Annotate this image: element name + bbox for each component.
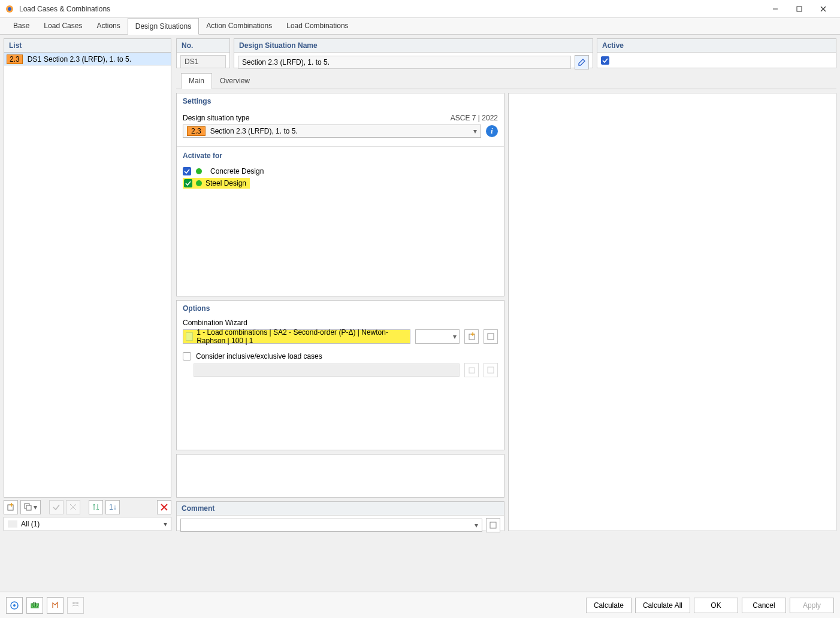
type-label: Design situation type (183, 114, 249, 122)
type-code-badge: 2.3 (187, 126, 206, 136)
wizard-swatch (186, 332, 193, 341)
wizard-new-button[interactable] (464, 329, 479, 344)
name-input[interactable]: Section 2.3 (LRFD), 1. to 5. (238, 56, 571, 69)
options-header: Options (177, 301, 504, 316)
no-value: DS1 (180, 55, 226, 68)
name-panel: Design Situation Name Section 2.3 (LRFD)… (234, 38, 593, 68)
subtab-main[interactable]: Main (181, 73, 212, 89)
svg-rect-16 (490, 522, 496, 528)
window-title: Load Cases & Combinations (19, 5, 763, 13)
tab-actions[interactable]: Actions (89, 18, 127, 34)
preview-panel (508, 93, 836, 531)
list-filter-select[interactable]: All (1) ▾ (4, 517, 171, 531)
filter-label: All (1) (21, 520, 40, 528)
tab-load-cases[interactable]: Load Cases (37, 18, 89, 34)
ok-button[interactable]: OK (694, 598, 738, 613)
apply-button: Apply (790, 598, 834, 613)
units-button[interactable]: 0.0 (26, 597, 43, 614)
status-dot-icon (196, 180, 202, 186)
list-row-name: Section 2.3 (LRFD), 1. to 5. (44, 55, 131, 63)
status-dot-icon (196, 168, 202, 174)
steel-checkbox[interactable] (184, 179, 192, 187)
svg-rect-3 (797, 7, 802, 11)
subtab-overview[interactable]: Overview (212, 73, 258, 89)
comment-panel: Comment ▾ (176, 501, 504, 531)
svg-rect-12 (469, 334, 475, 340)
steel-label: Steel Design (206, 179, 246, 187)
script-button[interactable] (67, 597, 84, 614)
comment-input[interactable]: ▾ (180, 519, 482, 532)
new-item-button[interactable] (4, 500, 18, 514)
design-situation-type-select[interactable]: 2.3 Section 2.3 (LRFD), 1. to 5. ▾ (183, 125, 481, 138)
comment-button[interactable] (486, 518, 500, 532)
no-panel: No. DS1 (176, 38, 230, 68)
consider-new-button (464, 363, 479, 377)
wizard-edit-button[interactable] (484, 329, 498, 344)
active-checkbox[interactable] (601, 56, 609, 65)
wizard-label: Combination Wizard (183, 319, 498, 327)
info-button[interactable]: i (486, 125, 498, 137)
tab-load-combinations[interactable]: Load Combinations (279, 18, 355, 34)
tab-action-combinations[interactable]: Action Combinations (199, 18, 279, 34)
consider-select (194, 363, 460, 377)
list-body: 2.3 DS1 Section 2.3 (LRFD), 1. to 5. (4, 53, 171, 498)
concrete-checkbox[interactable] (183, 167, 191, 175)
copy-item-button[interactable]: ▾ (20, 500, 41, 514)
activate-header: Activate for (177, 146, 504, 162)
steel-highlight: Steel Design (183, 178, 250, 189)
delete-button[interactable] (157, 500, 171, 514)
type-text: Section 2.3 (LRFD), 1. to 5. (210, 127, 298, 135)
titlebar: Load Cases & Combinations (0, 0, 840, 18)
active-panel: Active (597, 38, 836, 68)
list-row[interactable]: 2.3 DS1 Section 2.3 (LRFD), 1. to 5. (4, 53, 171, 66)
chevron-down-icon: ▾ (453, 332, 457, 341)
list-toolbar: ▾ 1↓9 (4, 498, 171, 517)
combination-wizard-select[interactable]: 1 - Load combinations | SA2 - Second-ord… (183, 329, 410, 344)
close-button[interactable] (811, 0, 835, 18)
consider-checkbox[interactable] (183, 352, 191, 360)
svg-rect-6 (8, 505, 13, 510)
help-button[interactable] (6, 597, 23, 614)
reorder-button-1[interactable] (89, 500, 103, 514)
svg-rect-13 (488, 334, 494, 340)
consider-edit-button (484, 363, 498, 377)
svg-point-1 (8, 7, 11, 11)
no-header: No. (177, 39, 229, 53)
model-button[interactable] (47, 597, 64, 614)
blank-panel (176, 454, 504, 498)
wizard-dropdown-extra[interactable]: ▾ (415, 329, 460, 344)
reorder-button-2[interactable]: 1↓9 (105, 500, 120, 514)
bottom-bar: 0.0 Calculate Calculate All OK Cancel Ap… (0, 592, 840, 618)
list-header: List (4, 38, 171, 53)
tab-base[interactable]: Base (6, 18, 37, 34)
calculate-button[interactable]: Calculate (586, 598, 631, 613)
consider-label: Consider inclusive/exclusive load cases (196, 352, 322, 360)
options-card: Options Combination Wizard 1 - Load comb… (176, 300, 504, 450)
minimize-button[interactable] (763, 0, 787, 18)
list-row-code: 2.3 (7, 54, 23, 64)
app-icon (5, 4, 14, 14)
cancel-button[interactable]: Cancel (742, 598, 786, 613)
standard-label: ASCE 7 | 2022 (451, 114, 498, 122)
settings-card: Settings Design situation type ASCE 7 | … (176, 93, 504, 296)
svg-rect-14 (469, 368, 475, 373)
filter-swatch (8, 520, 17, 528)
tab-design-situations[interactable]: Design Situations (128, 18, 199, 35)
maximize-button[interactable] (787, 0, 811, 18)
chevron-down-icon: ▾ (473, 127, 477, 135)
name-header: Design Situation Name (234, 39, 593, 53)
chevron-down-icon: ▾ (164, 520, 167, 528)
sub-tab-bar: Main Overview (176, 73, 836, 89)
comment-header: Comment (177, 502, 504, 516)
main-tab-bar: Base Load Cases Actions Design Situation… (0, 18, 840, 35)
list-row-id: DS1 (28, 55, 41, 63)
calculate-all-button[interactable]: Calculate All (635, 598, 690, 613)
edit-name-button[interactable] (575, 55, 589, 69)
svg-rect-8 (26, 505, 31, 510)
svg-text:0.0: 0.0 (32, 601, 39, 609)
chevron-down-icon: ▾ (475, 521, 482, 529)
tool-button-1[interactable] (49, 500, 64, 514)
concrete-label: Concrete Design (210, 167, 264, 175)
tool-button-2[interactable] (66, 500, 80, 514)
settings-header: Settings (177, 93, 504, 109)
